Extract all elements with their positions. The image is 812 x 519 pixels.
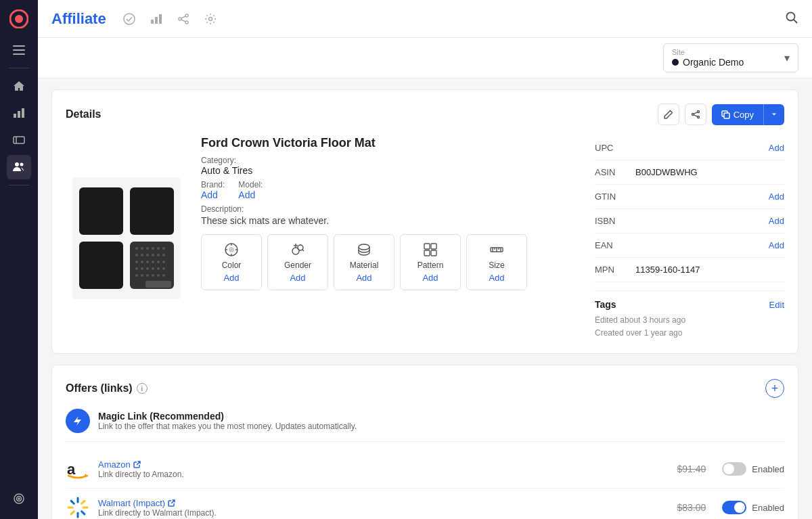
svg-rect-2 <box>13 45 25 47</box>
tags-edit-link[interactable]: Edit <box>769 300 784 310</box>
bar-chart-icon[interactable] <box>147 9 166 28</box>
site-dot <box>672 59 679 66</box>
details-title: Details <box>66 108 658 120</box>
upc-label: UPC <box>595 143 635 153</box>
svg-rect-33 <box>79 187 123 235</box>
svg-point-14 <box>18 498 20 499</box>
model-label: Model: <box>238 180 263 189</box>
main-area: Affiliate Site Organic Demo <box>38 0 812 519</box>
amazon-logo: a <box>66 457 90 481</box>
sidebar <box>0 0 38 519</box>
pattern-attr-label: Pattern <box>418 261 444 270</box>
sidebar-target-icon[interactable] <box>7 487 31 511</box>
svg-point-46 <box>135 267 138 270</box>
gear-icon[interactable] <box>201 9 220 28</box>
tags-title: Tags <box>595 299 769 310</box>
model-add-link[interactable]: Add <box>238 189 263 200</box>
svg-line-90 <box>71 501 74 503</box>
menu-toggle-icon[interactable] <box>7 38 31 62</box>
walmart-toggle[interactable] <box>722 501 746 514</box>
svg-point-19 <box>185 14 188 17</box>
amazon-toggle[interactable] <box>722 462 746 476</box>
svg-point-56 <box>157 254 160 256</box>
gender-attr-icon <box>290 242 305 258</box>
ean-row: EAN Add <box>595 233 784 258</box>
offers-info-icon[interactable]: i <box>137 383 148 394</box>
sidebar-chart-icon[interactable] <box>7 101 31 125</box>
svg-point-66 <box>162 274 165 277</box>
gender-attr-button[interactable]: Gender Add <box>267 234 328 290</box>
site-selector[interactable]: Site Organic Demo ▾ <box>663 43 798 72</box>
chevron-down-icon: ▾ <box>784 51 790 64</box>
gtin-add[interactable]: Add <box>769 191 784 202</box>
edit-icon-button[interactable] <box>658 104 679 125</box>
gtin-label: GTIN <box>595 191 635 202</box>
size-attr-add[interactable]: Add <box>489 273 504 283</box>
sidebar-ad-icon[interactable] <box>7 128 31 152</box>
svg-point-37 <box>135 247 138 250</box>
mpn-value: 11359-160-1147 <box>635 265 784 275</box>
svg-point-57 <box>162 254 165 256</box>
app-logo[interactable] <box>8 8 30 30</box>
gender-attr-add[interactable]: Add <box>290 273 305 283</box>
description-text: These sick mats are whatever. <box>201 215 581 226</box>
walmart-external-link-icon <box>168 499 175 507</box>
svg-rect-17 <box>155 17 158 24</box>
copy-button[interactable]: Copy <box>712 104 763 125</box>
share-link-icon-button[interactable] <box>685 104 706 125</box>
walmart-offer-name[interactable]: Walmart (Impact) <box>98 498 669 508</box>
ean-add[interactable]: Add <box>769 240 784 250</box>
copy-dropdown-arrow[interactable] <box>763 104 784 125</box>
offers-add-button[interactable]: + <box>765 379 784 398</box>
gender-attr-label: Gender <box>284 261 311 270</box>
pattern-attr-button[interactable]: Pattern Add <box>400 234 461 290</box>
sidebar-people-icon[interactable] <box>7 155 31 179</box>
svg-rect-4 <box>13 53 25 55</box>
svg-point-62 <box>157 267 160 270</box>
site-area: Site Organic Demo ▾ <box>38 38 812 78</box>
upc-row: UPC Add <box>595 136 784 160</box>
walmart-toggle-thumb <box>734 502 745 513</box>
svg-point-59 <box>157 261 160 263</box>
share-icon[interactable] <box>174 9 193 28</box>
circle-check-icon[interactable] <box>120 9 139 28</box>
svg-point-38 <box>141 247 143 250</box>
model-group: Model: Add <box>238 180 263 200</box>
svg-point-65 <box>157 274 160 277</box>
tags-meta: Edited about 3 hours ago Created over 1 … <box>595 314 784 340</box>
svg-point-11 <box>20 163 24 166</box>
svg-point-42 <box>146 254 149 256</box>
amazon-offer-price: $91.40 <box>677 464 706 474</box>
size-attr-button[interactable]: Size Add <box>466 234 527 290</box>
amazon-offer-name[interactable]: Amazon <box>98 459 669 470</box>
brand-add-link[interactable]: Add <box>201 189 225 200</box>
created-text: Created over 1 year ago <box>595 327 784 340</box>
isbn-add[interactable]: Add <box>769 216 784 226</box>
sidebar-home-icon[interactable] <box>7 74 31 98</box>
color-attr-add[interactable]: Add <box>223 273 239 283</box>
svg-point-69 <box>229 247 234 252</box>
product-image-placeholder <box>72 177 181 299</box>
svg-point-53 <box>157 247 160 250</box>
pattern-attr-icon <box>423 242 438 258</box>
svg-point-49 <box>135 274 138 277</box>
svg-point-48 <box>146 267 149 270</box>
search-icon[interactable] <box>785 11 798 27</box>
color-attr-icon <box>224 242 239 258</box>
offers-title-text: Offers (links) <box>66 382 133 394</box>
svg-point-25 <box>787 12 795 20</box>
pattern-attr-add[interactable]: Add <box>422 273 438 283</box>
upc-add[interactable]: Add <box>769 143 784 153</box>
mpn-row: MPN 11359-160-1147 <box>595 258 784 282</box>
svg-point-12 <box>14 494 24 503</box>
svg-rect-77 <box>424 250 430 256</box>
color-attr-button[interactable]: Color Add <box>201 234 262 290</box>
svg-point-52 <box>152 247 154 250</box>
svg-point-13 <box>17 497 22 501</box>
svg-rect-76 <box>431 244 436 249</box>
svg-rect-75 <box>424 244 430 249</box>
svg-line-92 <box>82 501 85 503</box>
material-attr-add[interactable]: Add <box>356 273 371 283</box>
material-attr-button[interactable]: Material Add <box>334 234 394 290</box>
description-row: Description: These sick mats are whateve… <box>201 204 581 226</box>
